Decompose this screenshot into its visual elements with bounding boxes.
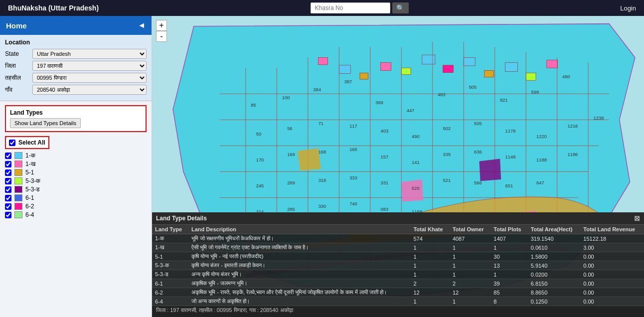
ldp-row: 5-1कृषि योग्य भूमि - नई परती (परतीजदीद)1… [152,252,644,261]
svg-text:169: 169 [287,152,295,157]
svg-rect-5 [422,55,435,64]
land-types-section: Land Types Show Land Types Details Selec… [0,101,152,224]
land-type-code: 5-3-क [25,177,40,184]
ldp-cell: 0.1250 [528,297,581,306]
ldp-cell: 39 [490,279,527,288]
ldp-cell: 1-ख [152,243,188,252]
topbar: BhuNaksha (Uttar Pradesh) 🔍 Login [0,0,644,16]
sidebar-collapse-button[interactable]: ◄ [138,21,146,30]
village-select[interactable]: 208540 अकोढ़ा [32,85,147,95]
land-type-code: 6-4 [25,211,34,218]
ldp-cell: भूमि जो सक्षमणीय भूमिधरों केअधिकार में ह… [188,234,410,243]
ldp-cell: 12 [450,288,490,297]
land-type-color [14,169,22,176]
ldp-cell: 1 [410,261,449,270]
land-type-checkbox[interactable] [5,186,11,193]
svg-marker-33 [479,158,501,181]
svg-rect-7 [464,57,475,66]
svg-text:117: 117 [349,124,357,129]
svg-text:521: 521 [443,178,451,183]
svg-marker-31 [298,149,321,171]
svg-text:387: 387 [344,79,352,84]
ldp-cell: 5.9140 [528,261,581,270]
tehsil-select[interactable]: 00995 पिण्डरा [32,73,147,83]
ldp-row: 6-2अकृषिक भूमि - रास्ते, सड़कें, रेलवे,भ… [152,288,644,297]
svg-text:333: 333 [349,175,357,180]
ldp-close-button[interactable]: ⊠ [634,214,640,222]
ldp-cell: 1 [450,243,490,252]
ldp-cell: कृषि योग्य भूमि - नई परती (परतीजदीद) [188,252,410,261]
ldp-header: Land Type Details ⊠ [152,212,644,225]
svg-text:821: 821 [500,98,508,103]
ldp-col-header: Total Khate [410,225,449,234]
svg-text:520: 520 [412,186,420,191]
land-type-checkbox[interactable] [5,212,11,218]
svg-text:1186: 1186 [568,152,578,157]
search-button[interactable]: 🔍 [392,2,409,13]
svg-text:490: 490 [412,134,420,139]
zoom-in-button[interactable]: + [156,20,167,31]
ldp-cell: 0.00 [580,252,644,261]
village-row: गाँव 208540 अकोढ़ा [5,85,147,95]
ldp-col-header: Total Area(Hect) [528,225,581,234]
svg-text:170: 170 [256,158,264,162]
ldp-cell: जो अन्य कारणों से अकृषित हो। [188,297,410,306]
svg-text:502: 502 [443,126,451,131]
land-type-checkbox[interactable] [5,169,11,176]
select-all-checkbox[interactable] [9,140,15,146]
land-type-code: 6-2 [25,203,34,210]
svg-text:1220: 1220 [536,134,547,139]
land-type-item: 5-3-ड [5,186,147,193]
svg-text:505: 505 [474,121,482,126]
svg-text:1148: 1148 [505,155,516,159]
sidebar-title: Home [6,21,27,30]
svg-rect-6 [443,65,454,73]
land-types-title: Land Types [10,109,142,116]
land-type-color [14,186,22,193]
zoom-out-button[interactable]: - [156,31,167,42]
search-input[interactable] [311,2,390,13]
svg-text:647: 647 [536,180,544,185]
ldp-col-header: Land Type [152,225,188,234]
svg-text:56: 56 [287,126,292,131]
ldp-cell: अन्य कृषि योग्य बंजर भूमि। [188,270,410,279]
land-type-color [14,194,22,201]
show-land-types-button[interactable]: Show Land Types Details [10,118,81,128]
ldp-cell: 0.0610 [528,243,581,252]
ldp-row: 5-3-डअन्य कृषि योग्य बंजर भूमि।1110.0200… [152,270,644,279]
ldp-cell: 6-4 [152,297,188,306]
land-type-item: 6-4 [5,211,147,218]
ldp-cell: 1-क [152,234,188,243]
svg-text:740: 740 [349,201,357,206]
land-type-checkbox[interactable] [5,195,11,201]
svg-text:141: 141 [412,160,420,165]
ldp-cell: 4087 [450,234,490,243]
land-type-checkbox[interactable] [5,161,11,167]
land-type-checkbox[interactable] [5,153,11,159]
svg-text:318: 318 [319,178,326,183]
land-type-code: 1-ख [25,160,35,167]
svg-text:636: 636 [474,150,482,155]
svg-text:100: 100 [282,95,290,100]
ldp-body: 1-कभूमि जो सक्षमणीय भूमिधरों केअधिकार मे… [152,234,644,306]
svg-text:269: 269 [287,180,295,185]
state-label: State [5,50,32,57]
ldp-cell: 0.00 [580,279,644,288]
statusbar-text: जिला : 197 वाराणसी, तहसील : 00995 पिण्डर… [156,307,293,313]
select-all-label: Select All [18,139,45,146]
ldp-cell: 0.0200 [528,270,581,279]
ldp-cell: 1.5800 [528,252,581,261]
ldp-cell: 3.00 [580,243,644,252]
land-type-checkbox[interactable] [5,178,11,184]
ldp-row: 1-कभूमि जो सक्षमणीय भूमिधरों केअधिकार मे… [152,234,644,243]
ldp-cell: 1 [450,297,490,306]
ldp-cell: 6-1 [152,279,188,288]
land-type-checkbox[interactable] [5,203,11,210]
district-select[interactable]: 197 वाराणसी [32,61,147,71]
map-area[interactable]: + - [152,16,644,317]
ldp-cell: 1 [410,297,449,306]
svg-text:480: 480 [562,74,570,79]
ldp-row: 6-1अकृषिक भूमि - जलमग्न भूमि।22396.81500… [152,279,644,288]
state-select[interactable]: Uttar Pradesh [32,49,147,59]
login-button[interactable]: Login [620,4,636,12]
